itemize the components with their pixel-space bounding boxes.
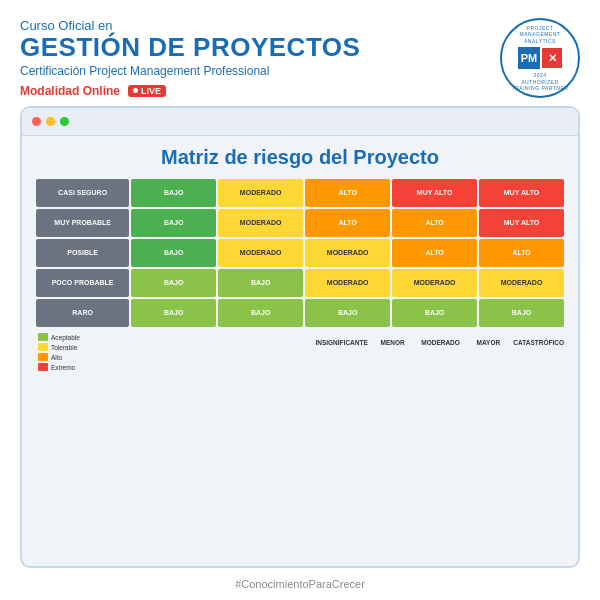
matrix-title: Matriz de riesgo del Proyecto: [161, 146, 439, 169]
matrix-cell: BAJO: [479, 299, 564, 327]
legend-item: Aceptable: [38, 333, 311, 341]
row-label: MUY PROBABLE: [36, 209, 129, 237]
curso-label: Curso Oficial en: [20, 18, 360, 33]
modalidad-text: Modalidad Online: [20, 84, 120, 98]
matrix-cell: ALTO: [305, 209, 390, 237]
footer-hashtag: #ConocimientoParaCrecer: [235, 578, 365, 590]
impact-label: MENOR: [370, 331, 416, 353]
impact-label: MAYOR: [465, 331, 511, 353]
legend-color-box: [38, 353, 48, 361]
matrix-cell: MODERADO: [305, 239, 390, 267]
pm-box: PM: [518, 47, 540, 69]
matrix-container: CASI SEGUROBAJOMODERADOALTOMUY ALTOMUY A…: [36, 179, 564, 329]
matrix-cell: BAJO: [218, 269, 303, 297]
matrix-row: CASI SEGUROBAJOMODERADOALTOMUY ALTOMUY A…: [36, 179, 564, 207]
dot-yellow: [46, 117, 55, 126]
matrix-cell: BAJO: [131, 239, 216, 267]
matrix-cell: MUY ALTO: [479, 209, 564, 237]
legend-item: Tolerable: [38, 343, 311, 351]
legend-color-box: [38, 333, 48, 341]
matrix-cell: BAJO: [131, 269, 216, 297]
pmi-badge: PROJECT MANAGEMENTANALYTICS PM ✕ 2024 AU…: [500, 18, 580, 98]
matrix-row: POSIBLEBAJOMODERADOMODERADOALTOALTO: [36, 239, 564, 267]
matrix-row: RAROBAJOBAJOBAJOBAJOBAJO: [36, 299, 564, 327]
row-label: RARO: [36, 299, 129, 327]
impact-label: INSIGNIFICANTE: [315, 331, 367, 353]
legend-item: Extremo: [38, 363, 311, 371]
impact-label: MODERADO: [418, 331, 464, 353]
matrix-cell: MUY ALTO: [479, 179, 564, 207]
browser-content: Matriz de riesgo del Proyecto CASI SEGUR…: [22, 136, 578, 566]
matrix-cell: BAJO: [131, 299, 216, 327]
matrix-cell: MUY ALTO: [392, 179, 477, 207]
matrix-cell: MODERADO: [392, 269, 477, 297]
dot-red: [32, 117, 41, 126]
row-label: POSIBLE: [36, 239, 129, 267]
impact-labels: INSIGNIFICANTEMENORMODERADOMAYORCATASTRÓ…: [315, 331, 564, 353]
matrix-row: POCO PROBABLEBAJOBAJOMODERADOMODERADOMOD…: [36, 269, 564, 297]
legend-label: Tolerable: [51, 344, 77, 351]
live-label: LIVE: [141, 86, 161, 96]
browser-bar: [22, 108, 578, 136]
pm-x: ✕: [542, 48, 562, 68]
legend-label: Aceptable: [51, 334, 80, 341]
header-left: Curso Oficial en GESTIÓN DE PROYECTOS Ce…: [20, 18, 360, 98]
live-dot: [133, 88, 138, 93]
legend-row: AceptableTolerableAltoExtremoINSIGNIFICA…: [36, 331, 564, 373]
pm-logo: PM ✕: [518, 47, 562, 69]
matrix-cell: MODERADO: [479, 269, 564, 297]
main-title: GESTIÓN DE PROYECTOS: [20, 33, 360, 62]
pmi-bottom-text: AUTHORIZEDTRAINING PARTNER: [512, 79, 569, 92]
impact-label: CATASTRÓFICO: [513, 331, 564, 353]
matrix-cell: MODERADO: [218, 239, 303, 267]
legend-label: Extremo: [51, 364, 75, 371]
legend-label: Alto: [51, 354, 62, 361]
matrix-cell: BAJO: [392, 299, 477, 327]
row-label: CASI SEGURO: [36, 179, 129, 207]
matrix-cell: BAJO: [305, 299, 390, 327]
live-badge: LIVE: [128, 85, 166, 97]
subtitle: Certificación Project Management Profess…: [20, 64, 360, 78]
modalidad-row: Modalidad Online LIVE: [20, 84, 360, 98]
matrix-cell: ALTO: [392, 239, 477, 267]
legend-item: Alto: [38, 353, 311, 361]
legend-color-box: [38, 363, 48, 371]
pmi-top-text: PROJECT MANAGEMENTANALYTICS: [507, 25, 573, 45]
legend-items: AceptableTolerableAltoExtremo: [36, 331, 313, 373]
browser-window: Matriz de riesgo del Proyecto CASI SEGUR…: [20, 106, 580, 568]
matrix-cell: ALTO: [392, 209, 477, 237]
matrix-cell: ALTO: [479, 239, 564, 267]
page-container: Curso Oficial en GESTIÓN DE PROYECTOS Ce…: [0, 0, 600, 600]
legend-color-box: [38, 343, 48, 351]
matrix-cell: MODERADO: [218, 209, 303, 237]
matrix-cell: MODERADO: [305, 269, 390, 297]
matrix-cell: BAJO: [131, 209, 216, 237]
row-label: POCO PROBABLE: [36, 269, 129, 297]
matrix-row: MUY PROBABLEBAJOMODERADOALTOALTOMUY ALTO: [36, 209, 564, 237]
matrix-cell: ALTO: [305, 179, 390, 207]
header: Curso Oficial en GESTIÓN DE PROYECTOS Ce…: [20, 18, 580, 98]
dot-green: [60, 117, 69, 126]
matrix-cell: MODERADO: [218, 179, 303, 207]
matrix-cell: BAJO: [131, 179, 216, 207]
matrix-cell: BAJO: [218, 299, 303, 327]
